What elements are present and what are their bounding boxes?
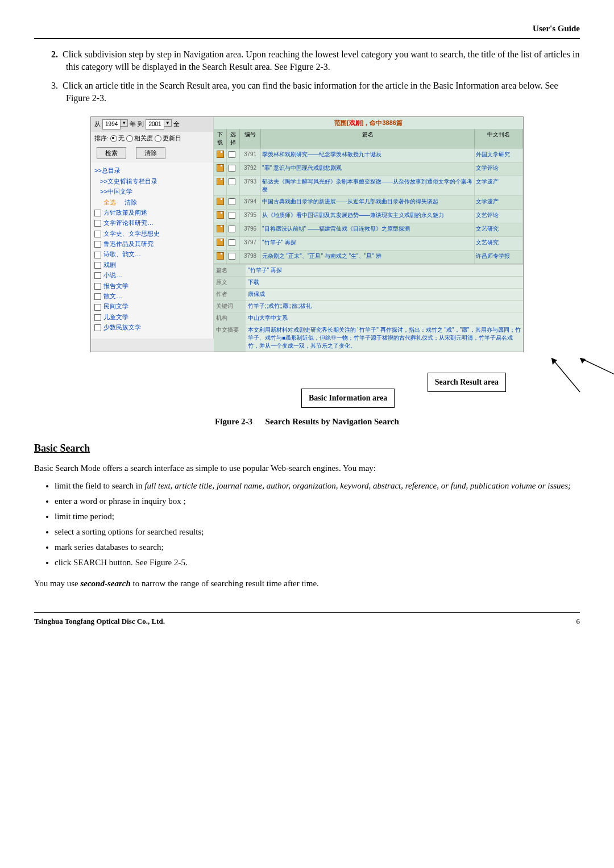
tree-item[interactable]: 文学评论和研究…: [94, 219, 210, 227]
row-title[interactable]: "竹竿子" 再探: [261, 237, 475, 250]
year-to-select[interactable]: 2001: [146, 119, 164, 130]
checkbox-icon[interactable]: [94, 283, 101, 290]
select-cell[interactable]: [227, 149, 240, 162]
tree-root[interactable]: >>总目录: [94, 166, 210, 175]
select-cell[interactable]: [227, 210, 240, 223]
row-title[interactable]: 从《地质师》看中国话剧及其发展趋势——兼谈现实主义戏剧的永久魅力: [261, 210, 475, 223]
table-row: 3791季羡林和戏剧研究——纪念季羡林教授九十诞辰外国文学研究: [214, 148, 523, 162]
checkbox-icon[interactable]: [229, 165, 235, 172]
radio-none[interactable]: [110, 135, 117, 142]
row-title[interactable]: 中国古典戏曲目录学的新进展——从近年几部戏曲目录著作的得失谈起: [261, 196, 475, 209]
checkbox-icon[interactable]: [229, 198, 235, 205]
bullet-4: select a sorting options for searched re…: [55, 526, 580, 538]
disk-icon[interactable]: [217, 178, 224, 185]
disk-icon[interactable]: [217, 239, 224, 246]
clear-button[interactable]: 清除: [136, 147, 165, 159]
to-label: 到: [138, 120, 144, 127]
dv-org: 中山大学中文系: [246, 312, 523, 324]
row-title[interactable]: "罪" 意识与中国现代戏剧悲剧观: [261, 162, 475, 176]
checkbox-icon[interactable]: [229, 178, 235, 185]
select-cell[interactable]: [227, 237, 240, 250]
checkbox-icon[interactable]: [94, 231, 101, 237]
radio-date[interactable]: [155, 135, 161, 142]
tree-item[interactable]: 诗歌、韵文…: [94, 250, 210, 258]
checkbox-icon[interactable]: [94, 272, 101, 279]
tree-node-2[interactable]: >>中国文学: [100, 187, 210, 196]
tree-clear[interactable]: 清除: [125, 199, 137, 206]
download-cell[interactable]: [214, 237, 227, 250]
disk-icon[interactable]: [217, 225, 224, 232]
footer-company: Tsinghua Tongfang Optical Disc Co., Ltd.: [34, 616, 165, 627]
checkbox-icon[interactable]: [94, 210, 101, 216]
row-journal[interactable]: 文艺评论: [475, 210, 523, 223]
header-right: User's Guide: [34, 23, 580, 35]
search-button[interactable]: 检索: [97, 147, 126, 159]
checkbox-icon[interactable]: [229, 226, 235, 232]
radio-relevance[interactable]: [126, 135, 133, 142]
download-cell[interactable]: [214, 196, 227, 209]
disk-icon[interactable]: [217, 252, 224, 260]
figure-2-3: 从 1994▼ 年 到 2001▼ 全 排序: 无 相关度 更新日 检索 清除 …: [34, 116, 580, 428]
checkbox-icon[interactable]: [229, 239, 235, 246]
select-cell[interactable]: [227, 196, 240, 209]
checkbox-icon[interactable]: [94, 262, 101, 269]
row-journal[interactable]: 外国文学研究: [475, 149, 523, 162]
download-cell[interactable]: [214, 176, 227, 195]
chevron-down-icon[interactable]: ▼: [121, 119, 128, 127]
row-journal[interactable]: 文学遗产: [475, 176, 523, 195]
download-cell[interactable]: [214, 223, 227, 236]
checkbox-icon[interactable]: [229, 253, 235, 260]
chevron-down-icon[interactable]: ▼: [164, 119, 172, 127]
disk-icon[interactable]: [217, 198, 224, 205]
select-cell[interactable]: [227, 176, 240, 195]
row-title[interactable]: "目将愿洗认前朝" ——福建雷仙戏《目连救母》之原型探溯: [261, 223, 475, 236]
year-from-select[interactable]: 1994: [102, 119, 121, 130]
tree-item[interactable]: 文学史、文学思想史: [94, 229, 210, 238]
tree-item[interactable]: 散文…: [94, 292, 210, 301]
select-cell[interactable]: [227, 162, 240, 176]
checkbox-icon[interactable]: [229, 151, 235, 158]
row-title[interactable]: 季羡林和戏剧研究——纪念季羡林教授九十诞辰: [261, 149, 475, 162]
disk-icon[interactable]: [217, 151, 224, 158]
checkbox-icon[interactable]: [94, 314, 101, 321]
download-cell[interactable]: [214, 162, 227, 176]
tree-item[interactable]: 少数民族文学: [94, 323, 210, 332]
tree-item[interactable]: 报告文学: [94, 282, 210, 290]
tree-item[interactable]: 戏剧: [94, 261, 210, 269]
row-journal[interactable]: 文学评论: [475, 162, 523, 176]
row-journal[interactable]: 文学遗产: [475, 196, 523, 209]
row-journal[interactable]: 许昌师专学报: [475, 251, 523, 264]
download-cell[interactable]: [214, 251, 227, 264]
outro-c: to narrow the range of searching result …: [131, 579, 319, 588]
tree-item[interactable]: 鲁迅作品及其研究: [94, 240, 210, 248]
tree-item[interactable]: 民间文学: [94, 302, 210, 311]
tree-node-1[interactable]: >>文史哲辑专栏目录: [100, 177, 210, 186]
tree-item[interactable]: 小说…: [94, 271, 210, 279]
dv-src[interactable]: 下载: [246, 277, 523, 288]
download-cell[interactable]: [214, 149, 227, 162]
row-number: 3796: [240, 223, 261, 236]
download-cell[interactable]: [214, 210, 227, 223]
row-title[interactable]: 元杂剧之 "正末"、"正旦" 与南戏之 "生"、"旦" 辨: [261, 251, 475, 264]
disk-icon[interactable]: [217, 211, 224, 219]
tree-item[interactable]: 方针政策及阐述: [94, 208, 210, 217]
row-number: 3791: [240, 149, 261, 162]
checkbox-icon[interactable]: [94, 293, 101, 300]
row-journal[interactable]: 文艺研究: [475, 237, 523, 250]
select-cell[interactable]: [227, 223, 240, 236]
tree-item[interactable]: 儿童文学: [94, 313, 210, 322]
table-row: 3797"竹竿子" 再探文艺研究: [214, 236, 523, 250]
row-journal[interactable]: 文艺研究: [475, 223, 523, 236]
row-title[interactable]: 郁达夫《陶学士醉写风光好》杂剧本事嬗变探微——从杂传故事到通俗文学的个案考察: [261, 176, 475, 195]
tree-select-all[interactable]: 全选: [103, 199, 116, 206]
checkbox-icon[interactable]: [94, 304, 101, 311]
tree-item-label: 文学评论和研究…: [103, 219, 154, 226]
dl-org: 机构: [214, 312, 246, 324]
checkbox-icon[interactable]: [94, 324, 101, 331]
disk-icon[interactable]: [217, 164, 224, 172]
checkbox-icon[interactable]: [94, 241, 101, 248]
checkbox-icon[interactable]: [229, 212, 235, 219]
checkbox-icon[interactable]: [94, 220, 101, 227]
select-cell[interactable]: [227, 251, 240, 264]
checkbox-icon[interactable]: [94, 252, 101, 258]
